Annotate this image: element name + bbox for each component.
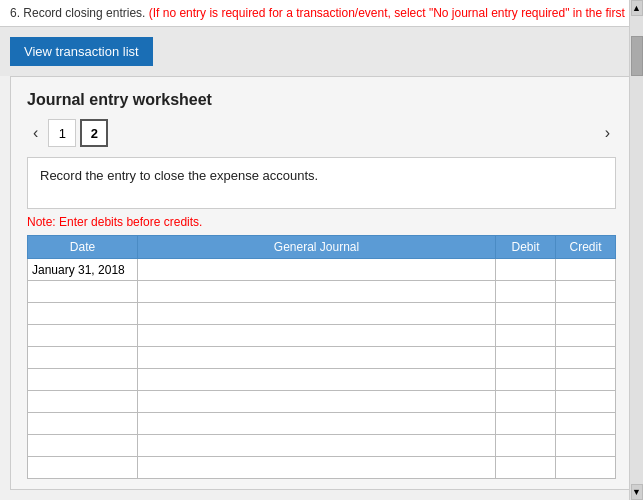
next-arrow[interactable]: › <box>599 122 616 144</box>
credit-input[interactable] <box>560 439 611 453</box>
date-input[interactable] <box>32 417 133 431</box>
credit-cell[interactable] <box>556 413 616 435</box>
date-cell[interactable] <box>28 413 138 435</box>
debit-cell[interactable] <box>496 259 556 281</box>
debit-cell[interactable] <box>496 391 556 413</box>
journal-input[interactable] <box>142 329 491 343</box>
instruction-red: (If no entry is required for a transacti… <box>149 6 625 20</box>
debit-input[interactable] <box>500 417 551 431</box>
credit-cell[interactable] <box>556 303 616 325</box>
journal-input[interactable] <box>142 461 491 475</box>
date-input[interactable] <box>32 263 133 277</box>
date-input[interactable] <box>32 395 133 409</box>
credit-cell[interactable] <box>556 457 616 479</box>
debit-input[interactable] <box>500 439 551 453</box>
pagination: ‹ 1 2 › <box>27 119 616 147</box>
journal-input[interactable] <box>142 417 491 431</box>
debit-input[interactable] <box>500 329 551 343</box>
debit-cell[interactable] <box>496 413 556 435</box>
table-row <box>28 391 616 413</box>
journal-cell[interactable] <box>138 347 496 369</box>
journal-input[interactable] <box>142 285 491 299</box>
journal-cell[interactable] <box>138 325 496 347</box>
date-input[interactable] <box>32 285 133 299</box>
date-cell[interactable] <box>28 457 138 479</box>
scrollbar[interactable]: ▲ ▼ <box>629 0 643 500</box>
date-cell[interactable] <box>28 435 138 457</box>
debit-cell[interactable] <box>496 281 556 303</box>
credit-input[interactable] <box>560 417 611 431</box>
note-text: Note: Enter debits before credits. <box>27 215 616 229</box>
prev-arrow[interactable]: ‹ <box>27 122 44 144</box>
date-cell[interactable] <box>28 303 138 325</box>
debit-input[interactable] <box>500 285 551 299</box>
table-row <box>28 369 616 391</box>
worksheet-container: Journal entry worksheet ‹ 1 2 › Record t… <box>10 76 633 490</box>
view-transaction-button[interactable]: View transaction list <box>10 37 153 66</box>
date-cell[interactable] <box>28 347 138 369</box>
date-input[interactable] <box>32 373 133 387</box>
credit-input[interactable] <box>560 329 611 343</box>
date-cell[interactable] <box>28 281 138 303</box>
journal-cell[interactable] <box>138 259 496 281</box>
journal-input[interactable] <box>142 395 491 409</box>
credit-cell[interactable] <box>556 325 616 347</box>
debit-input[interactable] <box>500 461 551 475</box>
page-1[interactable]: 1 <box>48 119 76 147</box>
date-cell[interactable] <box>28 325 138 347</box>
bottom-buttons: Record entry Clear entry View general jo… <box>0 490 643 500</box>
debit-cell[interactable] <box>496 457 556 479</box>
journal-cell[interactable] <box>138 435 496 457</box>
journal-input[interactable] <box>142 373 491 387</box>
credit-input[interactable] <box>560 461 611 475</box>
credit-input[interactable] <box>560 285 611 299</box>
credit-cell[interactable] <box>556 281 616 303</box>
debit-input[interactable] <box>500 395 551 409</box>
credit-input[interactable] <box>560 373 611 387</box>
journal-cell[interactable] <box>138 413 496 435</box>
debit-cell[interactable] <box>496 347 556 369</box>
credit-input[interactable] <box>560 263 611 277</box>
date-input[interactable] <box>32 307 133 321</box>
journal-cell[interactable] <box>138 457 496 479</box>
date-cell[interactable] <box>28 391 138 413</box>
debit-cell[interactable] <box>496 303 556 325</box>
journal-cell[interactable] <box>138 369 496 391</box>
table-row <box>28 303 616 325</box>
date-input[interactable] <box>32 351 133 365</box>
debit-input[interactable] <box>500 373 551 387</box>
debit-cell[interactable] <box>496 325 556 347</box>
debit-input[interactable] <box>500 351 551 365</box>
page-2[interactable]: 2 <box>80 119 108 147</box>
debit-cell[interactable] <box>496 369 556 391</box>
credit-cell[interactable] <box>556 369 616 391</box>
credit-cell[interactable] <box>556 435 616 457</box>
date-input[interactable] <box>32 461 133 475</box>
journal-input[interactable] <box>142 351 491 365</box>
debit-cell[interactable] <box>496 435 556 457</box>
scroll-down-arrow[interactable]: ▼ <box>631 484 643 500</box>
instruction-plain: 6. Record closing entries. <box>10 6 145 20</box>
debit-input[interactable] <box>500 307 551 321</box>
credit-cell[interactable] <box>556 347 616 369</box>
credit-input[interactable] <box>560 307 611 321</box>
journal-cell[interactable] <box>138 391 496 413</box>
table-row <box>28 457 616 479</box>
journal-cell[interactable] <box>138 281 496 303</box>
credit-cell[interactable] <box>556 391 616 413</box>
credit-cell[interactable] <box>556 259 616 281</box>
journal-input[interactable] <box>142 307 491 321</box>
journal-input[interactable] <box>142 439 491 453</box>
date-input[interactable] <box>32 329 133 343</box>
scroll-thumb[interactable] <box>631 36 643 76</box>
credit-input[interactable] <box>560 395 611 409</box>
credit-input[interactable] <box>560 351 611 365</box>
date-input[interactable] <box>32 439 133 453</box>
table-row <box>28 259 616 281</box>
journal-input[interactable] <box>142 263 491 277</box>
date-cell[interactable] <box>28 369 138 391</box>
journal-cell[interactable] <box>138 303 496 325</box>
scroll-up-arrow[interactable]: ▲ <box>631 0 643 16</box>
debit-input[interactable] <box>500 263 551 277</box>
date-cell[interactable] <box>28 259 138 281</box>
